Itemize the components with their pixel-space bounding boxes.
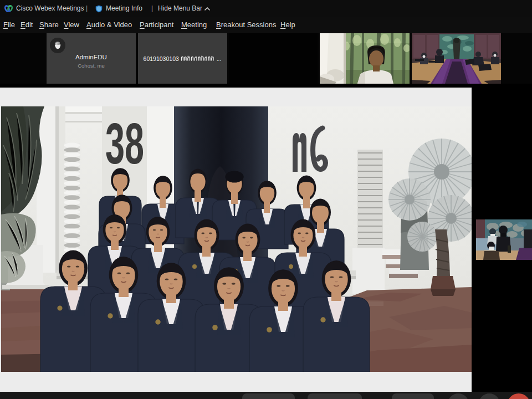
svg-text:38: 38 <box>105 111 144 176</box>
